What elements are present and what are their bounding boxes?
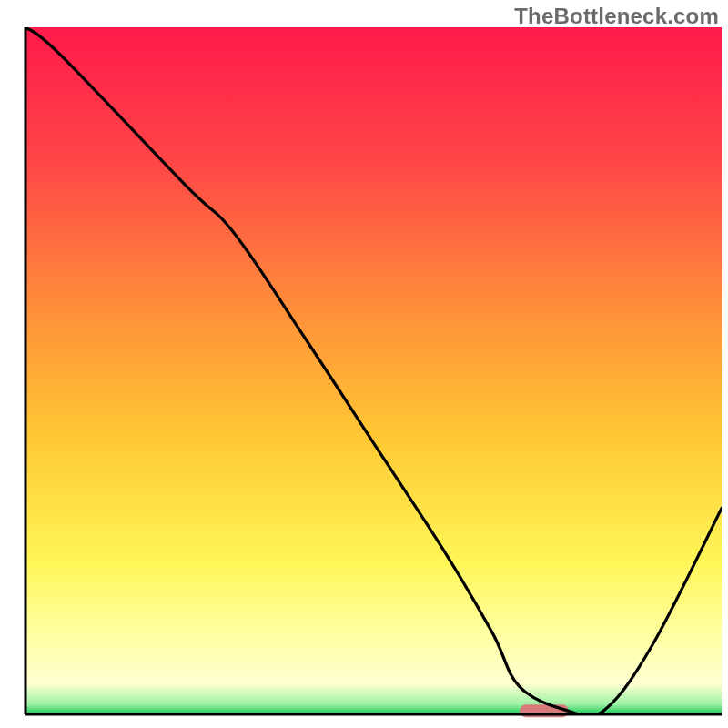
- chart-canvas: [0, 0, 728, 728]
- chart-container: TheBottleneck.com: [0, 0, 728, 728]
- plot-background: [25, 27, 722, 714]
- watermark-text: TheBottleneck.com: [514, 4, 719, 29]
